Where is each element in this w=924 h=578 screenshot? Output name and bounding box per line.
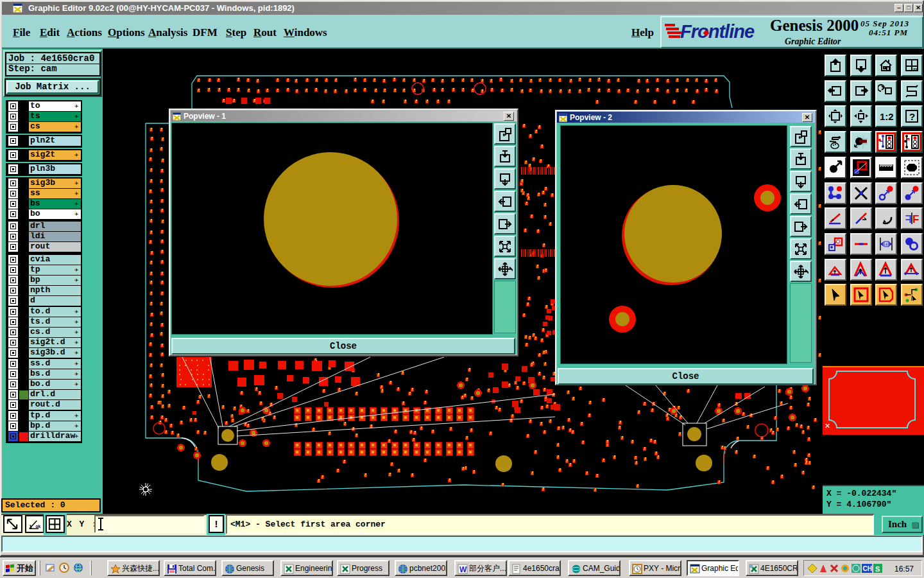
svg-text:4: 4: [886, 242, 888, 247]
svg-text:CH: CH: [863, 565, 872, 572]
svg-text:F: F: [905, 213, 912, 225]
svg-text:F: F: [912, 213, 919, 225]
svg-text:S: S: [875, 565, 880, 573]
svg-text:xy: xy: [913, 67, 918, 71]
svg-text:W: W: [459, 565, 467, 574]
svg-text:ok: ok: [35, 524, 40, 529]
svg-text:?: ?: [909, 111, 915, 122]
svg-text:1:2: 1:2: [880, 111, 894, 122]
